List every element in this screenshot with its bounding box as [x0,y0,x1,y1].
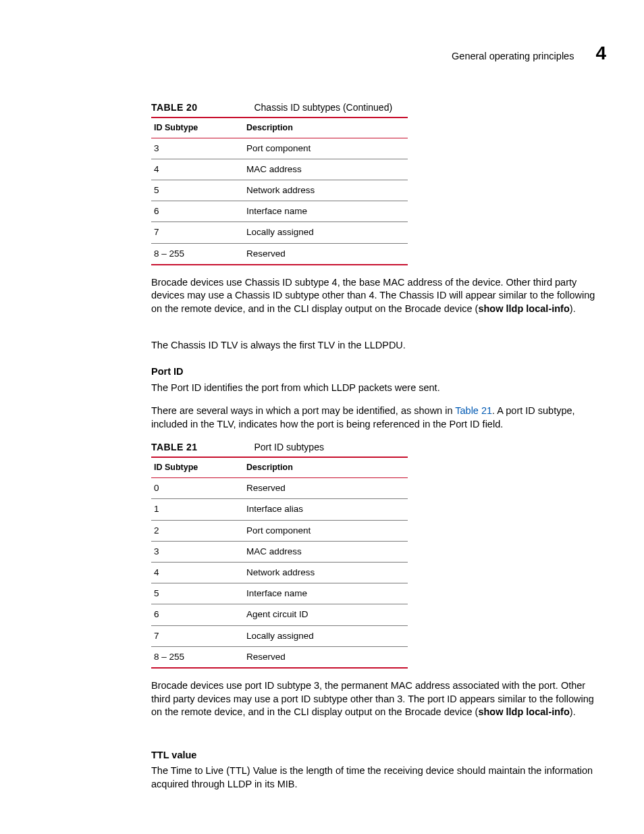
text: ). [570,303,576,314]
table-20-caption-text: Chassis ID subtypes (Continued) [254,102,392,113]
cell: 4 [151,159,244,180]
table-row: 0Reserved [151,478,408,499]
cell: 6 [151,604,244,625]
table-row: 7Locally assigned [151,625,408,646]
cell: 8 – 255 [151,646,244,668]
paragraph-ttl: The Time to Live (TTL) Value is the leng… [151,764,603,791]
table-21-link[interactable]: Table 21 [455,405,492,416]
table-row: 5Network address [151,180,408,201]
cell: 3 [151,138,244,159]
cell: 5 [151,583,244,604]
table-row: 8 – 255Reserved [151,243,408,265]
table-20: TABLE 20Chassis ID subtypes (Continued) … [151,101,408,265]
table-row: 6Agent circuit ID [151,604,408,625]
cell: Network address [244,180,408,201]
cell: 7 [151,222,244,243]
cell: MAC address [244,159,408,180]
table-row: 1Interface alias [151,499,408,520]
table-row: 6Interface name [151,201,408,222]
paragraph-port-id-intro: The Port ID identifies the port from whi… [151,382,603,395]
cell: 6 [151,201,244,222]
command-text: show lldp local-info [478,303,569,314]
cell: Reserved [244,646,408,668]
cell: Interface name [244,201,408,222]
cell: 1 [151,499,244,520]
command-text: show lldp local-info [478,706,569,717]
table-20-head-c2: Description [244,118,408,138]
cell: 8 – 255 [151,243,244,265]
paragraph-chassis-tlv: The Chassis ID TLV is always the first T… [151,339,603,353]
paragraph-port-id-ref: There are several ways in which a port m… [151,405,603,431]
cell: Locally assigned [244,222,408,243]
chapter-number: 4 [595,41,606,66]
cell: 2 [151,520,244,541]
table-row: 5Interface name [151,583,408,604]
table-21-caption-text: Port ID subtypes [254,442,324,452]
table-20-head-c1: ID Subtype [151,118,244,138]
text: There are several ways in which a port m… [151,405,455,416]
cell: Locally assigned [244,625,408,646]
table-21-head-c2: Description [244,457,408,477]
table-20-label: TABLE 20 [151,102,254,113]
subhead-port-id: Port ID [151,365,603,379]
cell: Port component [244,138,408,159]
cell: Reserved [244,243,408,265]
table-row: 4Network address [151,563,408,583]
page-header: General operating principles 4 [27,41,617,66]
cell: 3 [151,541,244,562]
table-row: 2Port component [151,520,408,541]
table-row: 4MAC address [151,159,408,180]
cell: Agent circuit ID [244,604,408,625]
cell: MAC address [244,541,408,562]
table-row: 3Port component [151,138,408,159]
paragraph-chassis-usage: Brocade devices use Chassis ID subtype 4… [151,276,603,316]
table-21-caption: TABLE 21Port ID subtypes [151,441,408,457]
header-title: General operating principles [452,50,574,63]
table-20-caption: TABLE 20Chassis ID subtypes (Continued) [151,101,408,117]
cell: 7 [151,625,244,646]
paragraph-port-usage: Brocade devices use port ID subtype 3, t… [151,679,603,719]
table-21: TABLE 21Port ID subtypes ID Subtype Desc… [151,441,408,669]
cell: Network address [244,563,408,583]
cell: Reserved [244,478,408,499]
subhead-ttl: TTL value [151,749,603,762]
cell: Interface name [244,583,408,604]
table-row: 8 – 255Reserved [151,646,408,668]
cell: 5 [151,180,244,201]
page-content: TABLE 20Chassis ID subtypes (Continued) … [151,101,603,791]
cell: 4 [151,563,244,583]
table-row: 7Locally assigned [151,222,408,243]
table-row: 3MAC address [151,541,408,562]
cell: 0 [151,478,244,499]
table-21-head-c1: ID Subtype [151,457,244,477]
cell: Interface alias [244,499,408,520]
cell: Port component [244,520,408,541]
table-21-label: TABLE 21 [151,442,254,452]
text: ). [570,706,576,717]
